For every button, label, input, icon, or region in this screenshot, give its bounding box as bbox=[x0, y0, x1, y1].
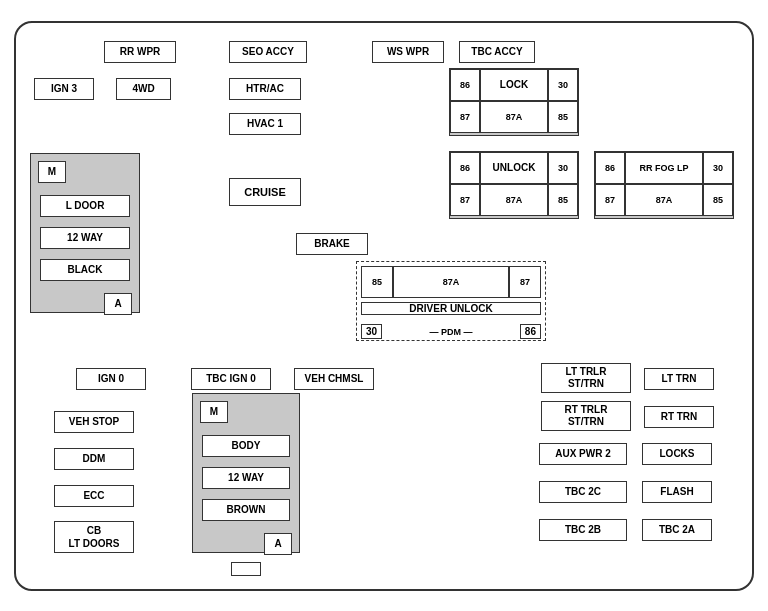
cb-lt-doors-box: CB LT DOORS bbox=[54, 521, 134, 553]
fwd-box: 4WD bbox=[116, 78, 171, 100]
lock-87a: 87A bbox=[480, 101, 548, 133]
ldoor-connector: M L DOOR 12 WAY BLACK A bbox=[30, 153, 140, 313]
rr-fog-label: RR FOG LP bbox=[625, 152, 703, 184]
aux-pwr2-box: AUX PWR 2 bbox=[539, 443, 627, 465]
body-connector: M BODY 12 WAY BROWN A bbox=[192, 393, 300, 553]
ldoor-m: M bbox=[38, 161, 66, 183]
lock-85: 85 bbox=[548, 101, 578, 133]
body-m: M bbox=[200, 401, 228, 423]
unlock-87: 87 bbox=[450, 184, 480, 216]
ldoor-ldoor: L DOOR bbox=[40, 195, 130, 217]
ldoor-12way: 12 WAY bbox=[40, 227, 130, 249]
veh-chmsl-box: VEH CHMSL bbox=[294, 368, 374, 390]
tbc-ign0-box: TBC IGN 0 bbox=[191, 368, 271, 390]
body-a: A bbox=[264, 533, 292, 555]
du-30: 30 bbox=[361, 324, 382, 339]
lt-trlr-st-trn-box: LT TRLR ST/TRN bbox=[541, 363, 631, 393]
ddm-box: DDM bbox=[54, 448, 134, 470]
tbc-2a-box: TBC 2A bbox=[642, 519, 712, 541]
rr-fog-87a: 87A bbox=[625, 184, 703, 216]
seo-accy-box: SEO ACCY bbox=[229, 41, 307, 63]
rt-trn-box: RT TRN bbox=[644, 406, 714, 428]
lock-30: 30 bbox=[548, 69, 578, 101]
du-85: 85 bbox=[361, 266, 393, 298]
ldoor-a: A bbox=[104, 293, 132, 315]
lock-86: 86 bbox=[450, 69, 480, 101]
lt-trn-box: LT TRN bbox=[644, 368, 714, 390]
rr-fog-87: 87 bbox=[595, 184, 625, 216]
unlock-85: 85 bbox=[548, 184, 578, 216]
locks-box: LOCKS bbox=[642, 443, 712, 465]
unlock-86: 86 bbox=[450, 152, 480, 184]
unlock-87a: 87A bbox=[480, 184, 548, 216]
du-86: 86 bbox=[520, 324, 541, 339]
rr-fog-85: 85 bbox=[703, 184, 733, 216]
body-12way: 12 WAY bbox=[202, 467, 290, 489]
htr-ac-box: HTR/AC bbox=[229, 78, 301, 100]
rr-wpr-box: RR WPR bbox=[104, 41, 176, 63]
flash-box: FLASH bbox=[642, 481, 712, 503]
ign0-box: IGN 0 bbox=[76, 368, 146, 390]
du-label: DRIVER UNLOCK bbox=[361, 302, 541, 315]
ign3-box: IGN 3 bbox=[34, 78, 94, 100]
du-87a: 87A bbox=[393, 266, 509, 298]
fuse-diagram: RR WPR SEO ACCY WS WPR TBC ACCY IGN 3 4W… bbox=[14, 21, 754, 591]
relay-rr-fog-area: 86 RR FOG LP 30 87 87A 85 bbox=[594, 151, 734, 219]
lock-label: LOCK bbox=[480, 69, 548, 101]
ecc-box: ECC bbox=[54, 485, 134, 507]
cruise-box: CRUISE bbox=[229, 178, 301, 206]
rr-fog-30: 30 bbox=[703, 152, 733, 184]
lock-87: 87 bbox=[450, 101, 480, 133]
brake-box: BRAKE bbox=[296, 233, 368, 255]
hvac1-box: HVAC 1 bbox=[229, 113, 301, 135]
rr-fog-86: 86 bbox=[595, 152, 625, 184]
driver-unlock-area: 85 87A 87 DRIVER UNLOCK 30 — PDM — 86 bbox=[356, 261, 546, 341]
ldoor-black: BLACK bbox=[40, 259, 130, 281]
relay-unlock-area: 86 UNLOCK 30 87 87A 85 bbox=[449, 151, 579, 219]
veh-stop-box: VEH STOP bbox=[54, 411, 134, 433]
tbc-2b-box: TBC 2B bbox=[539, 519, 627, 541]
unlock-label: UNLOCK bbox=[480, 152, 548, 184]
unlock-30: 30 bbox=[548, 152, 578, 184]
body-brown: BROWN bbox=[202, 499, 290, 521]
du-87: 87 bbox=[509, 266, 541, 298]
relay-lock-area: 86 LOCK 30 87 87A 85 bbox=[449, 68, 579, 136]
tbc-accy-box: TBC ACCY bbox=[459, 41, 535, 63]
body-body: BODY bbox=[202, 435, 290, 457]
ws-wpr-box: WS WPR bbox=[372, 41, 444, 63]
tbc-2c-box: TBC 2C bbox=[539, 481, 627, 503]
pdm-arrow: — PDM — bbox=[429, 327, 472, 337]
rt-trlr-st-trn-box: RT TRLR ST/TRN bbox=[541, 401, 631, 431]
